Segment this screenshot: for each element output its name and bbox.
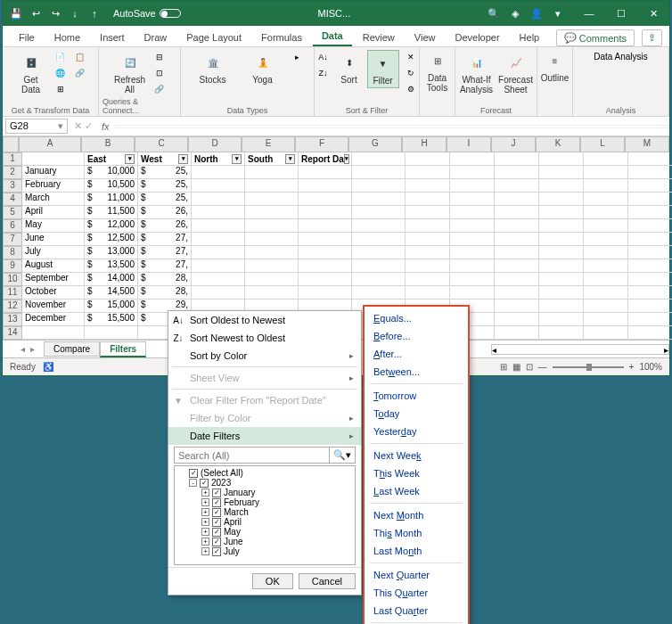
cell[interactable] (192, 286, 245, 300)
diamond-icon[interactable]: ◈ (509, 7, 521, 20)
cell[interactable]: $10,000 (85, 166, 138, 179)
expand-icon[interactable]: + (201, 498, 209, 506)
autosave-toggle[interactable] (160, 9, 181, 18)
tab-nav-left-icon[interactable]: ◂ (20, 344, 30, 354)
checkbox-icon[interactable]: ✓ (212, 489, 221, 497)
filter-arrow-icon[interactable]: ▾ (178, 154, 188, 164)
cell[interactable]: $25, (138, 166, 192, 179)
cell[interactable]: $28, (138, 286, 192, 300)
cell[interactable] (192, 259, 245, 273)
this-quarter-item[interactable]: This Quarter (365, 584, 468, 602)
existing-conn-icon[interactable]: 🔗 (72, 66, 88, 80)
tab-page-layout[interactable]: Page Layout (177, 29, 250, 46)
table-header[interactable]: West▾ (138, 152, 192, 166)
stocks-button[interactable]: 🏛️ Stocks (190, 50, 236, 86)
ok-button[interactable]: OK (252, 573, 293, 589)
cell[interactable]: April (22, 206, 85, 219)
equals-item[interactable]: Equals... (365, 309, 468, 327)
cell[interactable]: $26, (138, 219, 192, 233)
cell[interactable]: May (22, 219, 85, 233)
refresh-all-button[interactable]: 🔄 Refresh All (112, 50, 148, 96)
save-icon[interactable]: 💾 (10, 7, 22, 20)
tab-nav-right-icon[interactable]: ▸ (30, 344, 44, 354)
tab-draw[interactable]: Draw (135, 29, 176, 46)
view-normal-icon[interactable]: ⊞ (500, 362, 507, 372)
data-type-more-icon[interactable]: ▸ (290, 50, 306, 64)
tab-data[interactable]: Data (313, 27, 352, 46)
filter-search-input[interactable] (174, 447, 330, 464)
table-header[interactable]: North▾ (192, 152, 245, 166)
accessibility-icon[interactable]: ♿ (43, 362, 53, 372)
view-break-icon[interactable]: ⊡ (526, 362, 533, 372)
cell[interactable]: June (22, 233, 85, 246)
account-icon[interactable]: 👤 (530, 7, 543, 20)
sort-button[interactable]: ⬍ Sort (335, 50, 364, 86)
cell[interactable]: $25, (138, 193, 192, 206)
zoom-in-icon[interactable]: + (629, 362, 635, 372)
row-header[interactable]: 7 (3, 233, 22, 246)
table-header[interactable] (22, 152, 85, 166)
view-layout-icon[interactable]: ▦ (512, 362, 520, 372)
cell[interactable] (192, 219, 245, 233)
this-month-item[interactable]: This Month (365, 524, 468, 542)
table-header[interactable]: Report Da▾ (299, 152, 352, 166)
checkbox-icon[interactable]: ✓ (189, 469, 198, 478)
cell[interactable]: $25, (138, 179, 192, 193)
row-header[interactable]: 13 (3, 313, 22, 326)
table-header[interactable]: East▾ (85, 152, 138, 166)
column-header[interactable]: E (242, 136, 295, 152)
checkbox-icon[interactable]: ✓ (212, 538, 221, 546)
cell[interactable] (299, 286, 352, 300)
sheet-tab-filters[interactable]: Filters (100, 341, 146, 357)
cell[interactable]: $27, (138, 233, 192, 246)
from-table-icon[interactable]: ⊞ (53, 82, 69, 96)
zoom-out-icon[interactable]: — (538, 362, 547, 372)
data-tools-button[interactable]: ⊞ Data Tools (420, 47, 455, 116)
cell[interactable] (192, 179, 245, 193)
between-item[interactable]: Between... (365, 363, 468, 381)
reapply-icon[interactable]: ↻ (403, 66, 419, 80)
from-text-icon[interactable]: 📄 (53, 50, 69, 64)
data-analysis-button[interactable]: Data Analysis (594, 52, 648, 62)
fx-buttons[interactable]: ✕ ✓ (70, 120, 96, 132)
column-header[interactable]: C (135, 136, 188, 152)
cell[interactable] (245, 273, 299, 286)
tab-developer[interactable]: Developer (446, 29, 508, 46)
column-header[interactable]: G (348, 136, 402, 152)
name-box[interactable]: G28▾ (5, 119, 68, 134)
row-header[interactable]: 14 (3, 326, 22, 340)
cell[interactable] (299, 219, 352, 233)
tree-item[interactable]: +✓June (176, 537, 353, 546)
next-month-item[interactable]: Next Month (365, 506, 468, 524)
row-header[interactable]: 12 (3, 300, 22, 313)
tab-insert[interactable]: Insert (91, 29, 134, 46)
cell[interactable] (299, 233, 352, 246)
cell[interactable] (245, 206, 299, 219)
before-item[interactable]: Before... (365, 327, 468, 345)
cell[interactable]: $14,500 (85, 286, 138, 300)
cell[interactable]: $13,500 (85, 259, 138, 273)
sort-asc-icon[interactable]: ↓ (69, 7, 81, 20)
cell[interactable] (192, 193, 245, 206)
cell[interactable]: $10,500 (85, 179, 138, 193)
after-item[interactable]: After... (365, 345, 468, 363)
tab-file[interactable]: File (10, 29, 44, 46)
cell[interactable] (299, 273, 352, 286)
column-header[interactable]: K (536, 136, 580, 152)
row-header[interactable]: 4 (3, 193, 22, 206)
this-week-item[interactable]: This Week (365, 464, 468, 482)
yesterday-item[interactable]: Yesterday (365, 423, 468, 440)
cell[interactable]: $11,000 (85, 193, 138, 206)
row-header[interactable]: 10 (3, 273, 22, 286)
formula-input[interactable] (115, 125, 669, 128)
row-header[interactable]: 3 (3, 179, 22, 193)
properties-icon[interactable]: ⊡ (152, 66, 168, 80)
queries-icon[interactable]: ⊟ (152, 50, 168, 64)
whatif-button[interactable]: 📊 What-If Analysis (459, 50, 495, 96)
cell[interactable] (245, 286, 299, 300)
from-web-icon[interactable]: 🌐 (53, 66, 69, 80)
cell[interactable] (299, 259, 352, 273)
column-header[interactable]: I (447, 136, 491, 152)
zoom-slider[interactable] (553, 366, 624, 368)
cell[interactable] (245, 193, 299, 206)
